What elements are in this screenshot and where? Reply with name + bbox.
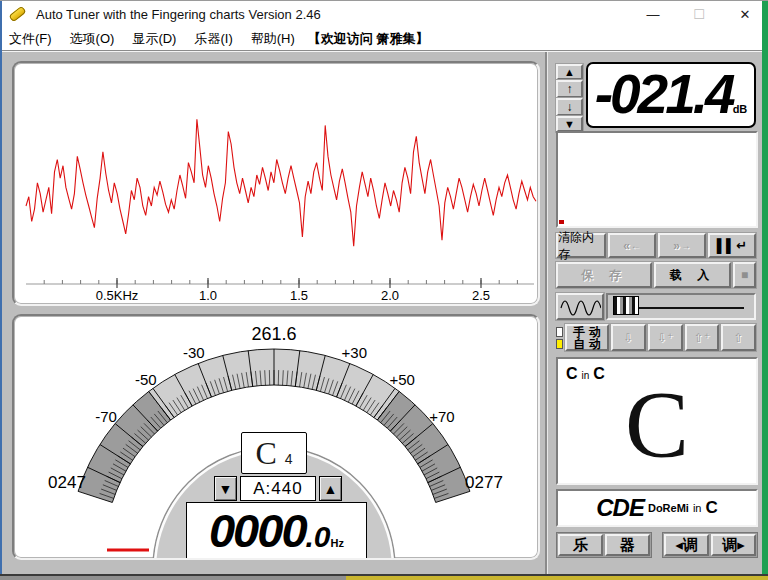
- desktop-edge-bottom: [0, 574, 768, 580]
- big-note-letter: C: [558, 373, 756, 477]
- level-history-box: [556, 131, 758, 228]
- gauge-scale-label: -50: [135, 370, 157, 387]
- ref-pitch-down-button[interactable]: ▼: [214, 476, 237, 501]
- gauge-max-freq-label: 0277: [465, 473, 503, 493]
- gauge-scale-label: +30: [342, 344, 367, 361]
- solfege-notes: CDE: [596, 494, 644, 522]
- mode-indicator: [556, 324, 563, 351]
- octave-shift-button: ⇩⁺: [648, 324, 683, 351]
- db-digits: -021.4: [595, 64, 733, 124]
- svg-text:2.0: 2.0: [381, 288, 399, 303]
- octave-shift-button: ⇧⁺: [685, 324, 720, 351]
- sine-wave-icon: [559, 297, 601, 317]
- gauge-scale-label: 261.6: [251, 324, 296, 345]
- menu-item[interactable]: 文件(F): [0, 30, 61, 48]
- menu-item[interactable]: 选项(O): [61, 30, 124, 48]
- db-display: -021.4 dB: [586, 62, 756, 128]
- octave-shift-button: ⇩: [611, 324, 646, 351]
- volume-slider[interactable]: [606, 293, 756, 320]
- frequency-digits: 0000: [209, 503, 306, 558]
- frequency-decimal: .0: [306, 520, 331, 554]
- ref-pitch-up-button[interactable]: ▲: [319, 476, 342, 501]
- db-stepper-group: ▲↑↓▼: [556, 64, 583, 128]
- slider-handle[interactable]: [613, 296, 639, 315]
- spectrum-waveform: [26, 119, 536, 246]
- menu-item[interactable]: 帮助(H): [242, 30, 304, 48]
- menu-item[interactable]: 显示(D): [123, 30, 185, 48]
- svg-text:1.0: 1.0: [199, 288, 217, 303]
- instrument-left-button[interactable]: 乐: [558, 534, 603, 556]
- instrument-right-button[interactable]: 器: [605, 534, 650, 556]
- gauge-scale-label: -70: [95, 408, 117, 425]
- solfege-panel: CDE DoReMi in C: [556, 489, 758, 527]
- auto-led: [556, 339, 563, 349]
- main-area: 0.5KHz1.01.52.02.5 261.6-30+30-50+50-70+…: [0, 52, 768, 580]
- note-display: C 4: [241, 432, 307, 474]
- spectrum-chart: 0.5KHz1.01.52.02.5: [14, 63, 538, 304]
- level-marker: [559, 220, 564, 224]
- app-window: Auto Tuner with the Fingering charts Ver…: [0, 0, 768, 580]
- instrument-button-group: 乐 器: [556, 532, 652, 558]
- db-stepper-up-button[interactable]: ↑: [556, 80, 583, 98]
- minimize-button[interactable]: —: [630, 1, 676, 27]
- ref-pitch-display: A:440: [240, 476, 316, 501]
- desktop-edge-right: [762, 1, 768, 580]
- svg-text:2.5: 2.5: [472, 288, 490, 303]
- waveform-button[interactable]: [556, 293, 604, 320]
- clear-memory-button[interactable]: 清除内存: [556, 233, 606, 258]
- menu-bar: 文件(F)选项(O)显示(D)乐器(I)帮助(H)【欢迎访问 箫雅集】: [0, 27, 768, 51]
- manual-auto-toggle[interactable]: 手 动自 动: [565, 324, 609, 351]
- tuner-gauge-panel: 261.6-30+30-50+50-70+70 0247 0277 C 4 ▼ …: [12, 314, 540, 560]
- spectrum-panel: 0.5KHz1.01.52.02.5: [12, 61, 540, 306]
- menu-banner: 【欢迎访问 箫雅集】: [304, 30, 433, 48]
- forward-button: »→: [658, 233, 706, 258]
- db-stepper-up-button[interactable]: ▲: [556, 64, 583, 80]
- menu-item[interactable]: 乐器(I): [185, 30, 241, 48]
- db-stepper-down-button[interactable]: ▼: [556, 116, 583, 132]
- gauge-min-freq-label: 0247: [48, 473, 86, 493]
- gauge-scale-label: +50: [389, 370, 414, 387]
- save-button: 保 存: [556, 262, 652, 288]
- pause-button[interactable]: ▌▌↵: [708, 233, 756, 258]
- stop-button[interactable]: ■: [733, 262, 756, 288]
- key-button-group: ◂调 调▸: [662, 532, 758, 558]
- db-stepper-down-button[interactable]: ↓: [556, 98, 583, 116]
- frequency-display: 0000 .0 Hz: [186, 502, 367, 559]
- gauge-scale-label: +70: [429, 408, 454, 425]
- key-down-button[interactable]: ◂调: [664, 534, 709, 556]
- db-unit: dB: [733, 103, 748, 115]
- svg-text:1.5: 1.5: [290, 288, 308, 303]
- flute-icon: [8, 6, 26, 23]
- solfege-in: in: [693, 502, 702, 514]
- window-title: Auto Tuner with the Fingering charts Ver…: [36, 7, 321, 22]
- control-panel: ▲↑↓▼ -021.4 dB 清除内存 «← »→ ▌▌↵ 保 存 载 入 ■: [548, 52, 762, 580]
- rewind-button: «←: [608, 233, 656, 258]
- note-letter: C: [255, 433, 276, 473]
- gauge-scale-label: -30: [183, 344, 205, 361]
- note-view-panel: CinC C: [556, 357, 758, 485]
- desktop-edge-left: [0, 1, 2, 580]
- maximize-button: ☐: [676, 1, 722, 27]
- frequency-unit: Hz: [331, 537, 344, 549]
- panel-divider: [545, 52, 547, 580]
- svg-text:0.5KHz: 0.5KHz: [96, 288, 139, 303]
- solfege-key: C: [705, 498, 717, 518]
- key-up-button[interactable]: 调▸: [711, 534, 756, 556]
- load-button[interactable]: 载 入: [654, 262, 731, 288]
- title-bar: Auto Tuner with the Fingering charts Ver…: [0, 1, 768, 27]
- solfege-word: DoReMi: [648, 502, 689, 514]
- manual-led: [556, 327, 563, 337]
- note-octave: 4: [285, 451, 293, 467]
- octave-shift-button: ⇧: [721, 324, 756, 351]
